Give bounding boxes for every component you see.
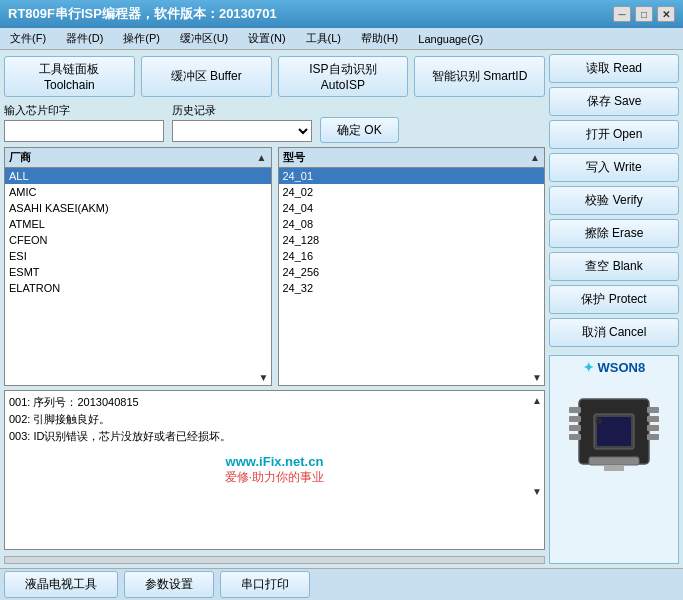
svg-rect-12 xyxy=(589,457,639,465)
list-item[interactable]: 24_02 xyxy=(279,184,545,200)
svg-rect-7 xyxy=(647,407,659,413)
chip-input-label: 输入芯片印字 xyxy=(4,103,164,118)
svg-rect-2 xyxy=(597,417,631,446)
menu-buffer[interactable]: 缓冲区(U) xyxy=(176,29,232,48)
log-line-3: 003: ID识别错误，芯片没放好或者已经损坏。 xyxy=(9,429,540,444)
menu-file[interactable]: 文件(F) xyxy=(6,29,50,48)
vendor-header-label: 厂商 xyxy=(9,150,31,165)
model-list-panel: 型号 ▲ 24_01 24_02 24_04 24_08 24_128 24_1… xyxy=(278,147,546,386)
history-select[interactable] xyxy=(172,120,312,142)
watermark: www.iFix.net.cn 爱修·助力你的事业 xyxy=(225,454,324,486)
list-item[interactable]: 24_16 xyxy=(279,248,545,264)
chip-input[interactable] xyxy=(4,120,164,142)
blank-button[interactable]: 查空 Blank xyxy=(549,252,679,281)
close-button[interactable]: ✕ xyxy=(657,6,675,22)
svg-rect-3 xyxy=(569,407,581,413)
vendor-list-panel: 厂商 ▲ ALL AMIC ASAHI KASEI(AKM) ATMEL CFE… xyxy=(4,147,272,386)
vendor-scroll-up[interactable]: ▲ xyxy=(257,152,267,163)
menu-bar: 文件(F) 器件(D) 操作(P) 缓冲区(U) 设置(N) 工具(L) 帮助(… xyxy=(0,28,683,50)
vendor-scroll-down[interactable]: ▼ xyxy=(259,372,269,383)
menu-tools[interactable]: 工具(L) xyxy=(302,29,345,48)
chip-type-label: ✦ WSON8 xyxy=(583,360,645,375)
watermark-slogan: 爱修·助力你的事业 xyxy=(225,469,324,486)
list-item[interactable]: 24_04 xyxy=(279,200,545,216)
model-list-scroll[interactable]: 24_01 24_02 24_04 24_08 24_128 24_16 24_… xyxy=(279,168,545,370)
input-row: 输入芯片印字 历史记录 确定 OK xyxy=(4,103,545,143)
model-list-header: 型号 ▲ xyxy=(279,148,545,168)
app-title: RT809F串行ISP编程器，软件版本：20130701 xyxy=(8,5,277,23)
lcd-tool-button[interactable]: 液晶电视工具 xyxy=(4,571,118,598)
confirm-button[interactable]: 确定 OK xyxy=(320,117,399,143)
chip-input-group: 输入芯片印字 xyxy=(4,103,164,142)
log-horizontal-scrollbar[interactable] xyxy=(4,556,545,564)
menu-language[interactable]: Language(G) xyxy=(414,31,487,47)
history-group: 历史记录 xyxy=(172,103,312,142)
title-bar: RT809F串行ISP编程器，软件版本：20130701 ─ □ ✕ xyxy=(0,0,683,28)
write-button[interactable]: 写入 Write xyxy=(549,153,679,182)
model-header-label: 型号 xyxy=(283,150,305,165)
verify-button[interactable]: 校验 Verify xyxy=(549,186,679,215)
svg-rect-6 xyxy=(569,434,581,440)
log-scroll-down[interactable]: ▼ xyxy=(532,486,542,497)
bottom-bar: 液晶电视工具 参数设置 串口打印 xyxy=(0,568,683,600)
chip-type-text: WSON8 xyxy=(597,360,645,375)
main-content: 工具链面板 Toolchain 缓冲区 Buffer ISP自动识别 AutoI… xyxy=(0,50,683,568)
protect-button[interactable]: 保护 Protect xyxy=(549,285,679,314)
list-item[interactable]: 24_128 xyxy=(279,232,545,248)
chip-image-area: ✦ WSON8 xyxy=(549,355,679,564)
toolbar-row: 工具链面板 Toolchain 缓冲区 Buffer ISP自动识别 AutoI… xyxy=(4,54,545,99)
save-button[interactable]: 保存 Save xyxy=(549,87,679,116)
svg-rect-5 xyxy=(569,425,581,431)
svg-rect-9 xyxy=(647,425,659,431)
watermark-url: www.iFix.net.cn xyxy=(225,454,324,469)
log-area: 001: 序列号：2013040815 002: 引脚接触良好。 003: ID… xyxy=(4,390,545,550)
log-line-2: 002: 引脚接触良好。 xyxy=(9,412,540,427)
svg-rect-4 xyxy=(569,416,581,422)
left-panel: 工具链面板 Toolchain 缓冲区 Buffer ISP自动识别 AutoI… xyxy=(4,54,545,564)
list-item[interactable]: 24_256 xyxy=(279,264,545,280)
svg-point-11 xyxy=(596,418,602,424)
menu-device[interactable]: 器件(D) xyxy=(62,29,107,48)
cancel-button[interactable]: 取消 Cancel xyxy=(549,318,679,347)
list-item[interactable]: ESMT xyxy=(5,264,271,280)
svg-rect-10 xyxy=(647,434,659,440)
list-item[interactable]: 24_08 xyxy=(279,216,545,232)
minimize-button[interactable]: ─ xyxy=(613,6,631,22)
list-item[interactable]: ELATRON xyxy=(5,280,271,296)
autoisp-button[interactable]: ISP自动识别 AutoISP xyxy=(278,56,409,97)
list-item[interactable]: ESI xyxy=(5,248,271,264)
vendor-item-all[interactable]: ALL xyxy=(5,168,271,184)
list-item[interactable]: 24_32 xyxy=(279,280,545,296)
vendor-list-header: 厂商 ▲ xyxy=(5,148,271,168)
chip-illustration xyxy=(564,379,664,479)
list-item[interactable]: ATMEL xyxy=(5,216,271,232)
history-label: 历史记录 xyxy=(172,103,312,118)
menu-operation[interactable]: 操作(P) xyxy=(119,29,164,48)
model-item-24-01[interactable]: 24_01 xyxy=(279,168,545,184)
lists-row: 厂商 ▲ ALL AMIC ASAHI KASEI(AKM) ATMEL CFE… xyxy=(4,147,545,386)
params-settings-button[interactable]: 参数设置 xyxy=(124,571,214,598)
log-scroll-up[interactable]: ▲ xyxy=(532,395,542,406)
read-button[interactable]: 读取 Read xyxy=(549,54,679,83)
list-item[interactable]: ASAHI KASEI(AKM) xyxy=(5,200,271,216)
svg-rect-8 xyxy=(647,416,659,422)
smartid-button[interactable]: 智能识别 SmartID xyxy=(414,56,545,97)
model-scroll-up[interactable]: ▲ xyxy=(530,152,540,163)
vendor-list-scroll[interactable]: ALL AMIC ASAHI KASEI(AKM) ATMEL CFEON ES… xyxy=(5,168,271,370)
svg-rect-13 xyxy=(604,465,624,471)
window-controls: ─ □ ✕ xyxy=(613,6,675,22)
maximize-button[interactable]: □ xyxy=(635,6,653,22)
open-button[interactable]: 打开 Open xyxy=(549,120,679,149)
menu-settings[interactable]: 设置(N) xyxy=(244,29,289,48)
buffer-button[interactable]: 缓冲区 Buffer xyxy=(141,56,272,97)
serial-print-button[interactable]: 串口打印 xyxy=(220,571,310,598)
list-item[interactable]: AMIC xyxy=(5,184,271,200)
list-item[interactable]: CFEON xyxy=(5,232,271,248)
toolchain-button[interactable]: 工具链面板 Toolchain xyxy=(4,56,135,97)
model-scroll-down[interactable]: ▼ xyxy=(532,372,542,383)
erase-button[interactable]: 擦除 Erase xyxy=(549,219,679,248)
right-panel: 读取 Read 保存 Save 打开 Open 写入 Write 校验 Veri… xyxy=(549,54,679,564)
menu-help[interactable]: 帮助(H) xyxy=(357,29,402,48)
log-line-1: 001: 序列号：2013040815 xyxy=(9,395,540,410)
